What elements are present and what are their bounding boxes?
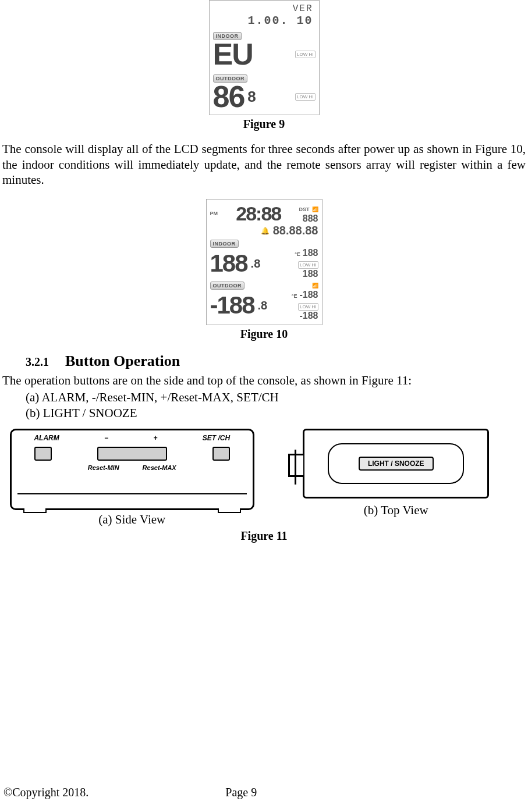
figure-10-indoor-small: .8	[251, 257, 261, 270]
figure-10-time: 28:88	[236, 204, 281, 223]
device-top-view: LIGHT / SNOOZE	[303, 429, 489, 498]
side-view-col: ALARM − + SET /CH Reset-MIN Reset-MAX	[2, 429, 262, 527]
operation-intro: The operation buttons are on the side an…	[2, 373, 526, 388]
figure-9-lowhi-2: LOW HI	[295, 93, 315, 101]
page-footer: ©Copyright 2018. Page 9	[3, 786, 528, 799]
footer-page-number: Page 9	[225, 786, 257, 799]
figure-9-line1: VER	[213, 4, 316, 15]
paragraph-1: The console will display all of the LCD …	[2, 141, 526, 187]
figure-10-date-bot: 88.88.88	[273, 224, 318, 237]
figure-10-outdoor-big: -188	[210, 294, 254, 317]
label-minus: −	[104, 434, 108, 442]
figure-9-lcd: VER 1.00. 10 INDOOR EU LOW HI OUTDOOR 86…	[209, 0, 320, 115]
figure-10-outdoor-mini2: -188	[299, 311, 318, 320]
figure-9: VER 1.00. 10 INDOOR EU LOW HI OUTDOOR 86…	[2, 0, 526, 131]
figure-10-outdoor-label: OUTDOOR	[210, 282, 245, 290]
device-side-view: ALARM − + SET /CH Reset-MIN Reset-MAX	[10, 429, 254, 510]
figure-9-indoor-value: EU	[213, 40, 253, 69]
figure-10-date-top: 888	[303, 213, 318, 223]
top-view-caption: (b) Top View	[267, 503, 526, 518]
figure-10-outdoor-mini1: -188	[299, 290, 318, 300]
label-reset-max: Reset-MAX	[143, 464, 176, 471]
light-snooze-button: LIGHT / SNOOZE	[359, 457, 434, 471]
alarm-button	[34, 447, 52, 461]
figure-10-indoor-big: 188	[210, 252, 247, 275]
figure-10-outdoor-unit: °E	[292, 293, 297, 299]
minus-plus-bar	[97, 447, 167, 461]
figure-10-lcd: PM 28:88 DST 📶 888 🔔 88.88.88 INDOOR 188…	[206, 199, 323, 325]
label-plus: +	[153, 434, 157, 442]
section-number: 3.2.1	[26, 355, 49, 368]
figure-9-line2: 1.00. 10	[213, 15, 316, 27]
figure-10-indoor-mini2: 188	[303, 269, 318, 279]
label-set: SET /CH	[203, 434, 230, 442]
figure-10-indoor-label: INDOOR	[210, 240, 239, 248]
figure-10-indoor-unit: °E	[295, 251, 300, 257]
bell-icon: 🔔	[261, 227, 270, 235]
figure-10-indoor-mini1: 188	[303, 248, 318, 258]
section-heading: 3.2.1 Button Operation	[26, 352, 526, 370]
set-ch-button	[212, 447, 230, 461]
clip-icon	[288, 454, 303, 477]
figure-10-pm: PM	[210, 211, 218, 216]
figure-10: PM 28:88 DST 📶 888 🔔 88.88.88 INDOOR 188…	[2, 199, 526, 341]
figure-9-outdoor-value: 86	[213, 83, 244, 111]
footer-copyright: ©Copyright 2018.	[3, 786, 88, 799]
side-view-caption: (a) Side View	[2, 512, 262, 527]
figure-10-lowhi: LOW HI	[298, 261, 318, 269]
figure-9-outdoor-small: 8	[247, 88, 256, 106]
top-view-col: LIGHT / SNOOZE (b) Top View	[267, 429, 526, 518]
label-alarm: ALARM	[34, 434, 59, 442]
wifi-icon: 📶	[312, 206, 318, 212]
figure-10-lowhi-2: LOW HI	[298, 303, 318, 311]
figure-9-caption: Figure 9	[2, 117, 526, 131]
signal-icon: 📶	[312, 283, 318, 289]
figure-9-lowhi-1: LOW HI	[295, 51, 315, 58]
figure-10-dst: DST	[299, 206, 310, 212]
figure-11-caption: Figure 11	[2, 529, 526, 543]
figure-10-outdoor-small: .8	[258, 299, 268, 312]
figure-10-caption: Figure 10	[2, 327, 526, 341]
operation-list-item-b: (b) LIGHT / SNOOZE	[26, 406, 526, 421]
operation-list-item-a: (a) ALARM, -/Reset-MIN, +/Reset-MAX, SET…	[26, 390, 526, 405]
figure-11-row: ALARM − + SET /CH Reset-MIN Reset-MAX	[2, 429, 526, 527]
section-title: Button Operation	[65, 352, 180, 369]
label-reset-min: Reset-MIN	[88, 464, 119, 471]
operation-list: (a) ALARM, -/Reset-MIN, +/Reset-MAX, SET…	[26, 390, 526, 421]
